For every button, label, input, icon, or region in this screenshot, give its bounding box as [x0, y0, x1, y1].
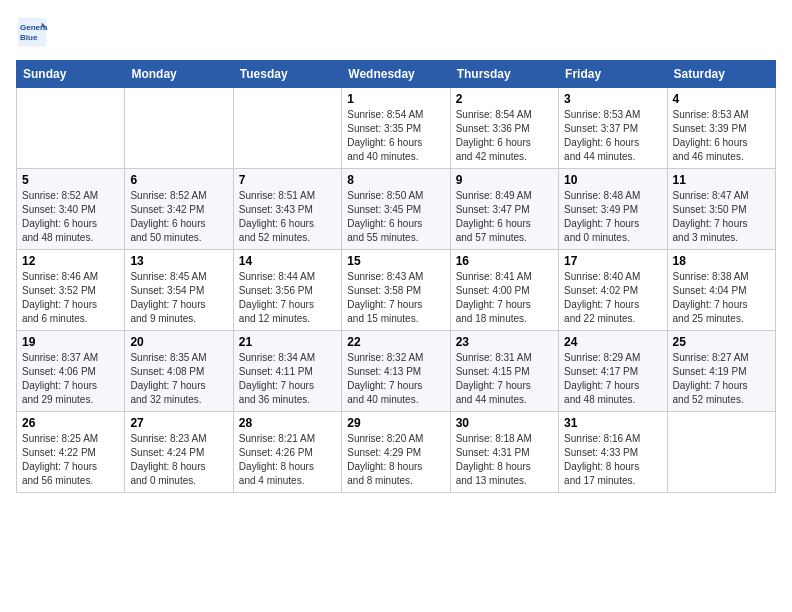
day-number: 22	[347, 335, 444, 349]
weekday-header: Monday	[125, 61, 233, 88]
calendar-week-row: 1Sunrise: 8:54 AM Sunset: 3:35 PM Daylig…	[17, 88, 776, 169]
calendar-cell: 16Sunrise: 8:41 AM Sunset: 4:00 PM Dayli…	[450, 250, 558, 331]
calendar-cell: 22Sunrise: 8:32 AM Sunset: 4:13 PM Dayli…	[342, 331, 450, 412]
calendar-cell: 15Sunrise: 8:43 AM Sunset: 3:58 PM Dayli…	[342, 250, 450, 331]
calendar-cell: 2Sunrise: 8:54 AM Sunset: 3:36 PM Daylig…	[450, 88, 558, 169]
day-number: 18	[673, 254, 770, 268]
calendar: SundayMondayTuesdayWednesdayThursdayFrid…	[16, 60, 776, 493]
day-info: Sunrise: 8:29 AM Sunset: 4:17 PM Dayligh…	[564, 351, 661, 407]
calendar-cell: 23Sunrise: 8:31 AM Sunset: 4:15 PM Dayli…	[450, 331, 558, 412]
calendar-cell	[667, 412, 775, 493]
day-number: 23	[456, 335, 553, 349]
day-number: 13	[130, 254, 227, 268]
calendar-body: 1Sunrise: 8:54 AM Sunset: 3:35 PM Daylig…	[17, 88, 776, 493]
day-info: Sunrise: 8:35 AM Sunset: 4:08 PM Dayligh…	[130, 351, 227, 407]
calendar-cell: 18Sunrise: 8:38 AM Sunset: 4:04 PM Dayli…	[667, 250, 775, 331]
calendar-week-row: 26Sunrise: 8:25 AM Sunset: 4:22 PM Dayli…	[17, 412, 776, 493]
calendar-header-row: SundayMondayTuesdayWednesdayThursdayFrid…	[17, 61, 776, 88]
day-info: Sunrise: 8:40 AM Sunset: 4:02 PM Dayligh…	[564, 270, 661, 326]
calendar-cell: 11Sunrise: 8:47 AM Sunset: 3:50 PM Dayli…	[667, 169, 775, 250]
day-number: 21	[239, 335, 336, 349]
day-number: 15	[347, 254, 444, 268]
day-info: Sunrise: 8:32 AM Sunset: 4:13 PM Dayligh…	[347, 351, 444, 407]
calendar-cell: 5Sunrise: 8:52 AM Sunset: 3:40 PM Daylig…	[17, 169, 125, 250]
day-info: Sunrise: 8:50 AM Sunset: 3:45 PM Dayligh…	[347, 189, 444, 245]
day-number: 8	[347, 173, 444, 187]
day-number: 19	[22, 335, 119, 349]
day-number: 7	[239, 173, 336, 187]
day-number: 29	[347, 416, 444, 430]
calendar-week-row: 12Sunrise: 8:46 AM Sunset: 3:52 PM Dayli…	[17, 250, 776, 331]
calendar-cell: 21Sunrise: 8:34 AM Sunset: 4:11 PM Dayli…	[233, 331, 341, 412]
day-number: 1	[347, 92, 444, 106]
day-info: Sunrise: 8:47 AM Sunset: 3:50 PM Dayligh…	[673, 189, 770, 245]
weekday-header: Friday	[559, 61, 667, 88]
day-info: Sunrise: 8:31 AM Sunset: 4:15 PM Dayligh…	[456, 351, 553, 407]
day-number: 30	[456, 416, 553, 430]
day-number: 9	[456, 173, 553, 187]
day-info: Sunrise: 8:37 AM Sunset: 4:06 PM Dayligh…	[22, 351, 119, 407]
logo: General Blue	[16, 16, 52, 48]
day-info: Sunrise: 8:21 AM Sunset: 4:26 PM Dayligh…	[239, 432, 336, 488]
calendar-cell	[17, 88, 125, 169]
weekday-header: Sunday	[17, 61, 125, 88]
day-info: Sunrise: 8:54 AM Sunset: 3:36 PM Dayligh…	[456, 108, 553, 164]
day-number: 28	[239, 416, 336, 430]
day-info: Sunrise: 8:46 AM Sunset: 3:52 PM Dayligh…	[22, 270, 119, 326]
day-info: Sunrise: 8:16 AM Sunset: 4:33 PM Dayligh…	[564, 432, 661, 488]
day-number: 12	[22, 254, 119, 268]
calendar-cell: 1Sunrise: 8:54 AM Sunset: 3:35 PM Daylig…	[342, 88, 450, 169]
day-info: Sunrise: 8:44 AM Sunset: 3:56 PM Dayligh…	[239, 270, 336, 326]
day-number: 27	[130, 416, 227, 430]
day-number: 24	[564, 335, 661, 349]
calendar-cell: 25Sunrise: 8:27 AM Sunset: 4:19 PM Dayli…	[667, 331, 775, 412]
day-number: 26	[22, 416, 119, 430]
weekday-header: Wednesday	[342, 61, 450, 88]
calendar-cell: 17Sunrise: 8:40 AM Sunset: 4:02 PM Dayli…	[559, 250, 667, 331]
calendar-cell: 30Sunrise: 8:18 AM Sunset: 4:31 PM Dayli…	[450, 412, 558, 493]
day-info: Sunrise: 8:53 AM Sunset: 3:39 PM Dayligh…	[673, 108, 770, 164]
logo-icon: General Blue	[16, 16, 48, 48]
day-info: Sunrise: 8:52 AM Sunset: 3:40 PM Dayligh…	[22, 189, 119, 245]
day-number: 20	[130, 335, 227, 349]
calendar-cell: 3Sunrise: 8:53 AM Sunset: 3:37 PM Daylig…	[559, 88, 667, 169]
day-info: Sunrise: 8:23 AM Sunset: 4:24 PM Dayligh…	[130, 432, 227, 488]
day-info: Sunrise: 8:45 AM Sunset: 3:54 PM Dayligh…	[130, 270, 227, 326]
day-number: 5	[22, 173, 119, 187]
day-number: 6	[130, 173, 227, 187]
day-info: Sunrise: 8:25 AM Sunset: 4:22 PM Dayligh…	[22, 432, 119, 488]
calendar-cell: 27Sunrise: 8:23 AM Sunset: 4:24 PM Dayli…	[125, 412, 233, 493]
day-info: Sunrise: 8:48 AM Sunset: 3:49 PM Dayligh…	[564, 189, 661, 245]
calendar-cell: 19Sunrise: 8:37 AM Sunset: 4:06 PM Dayli…	[17, 331, 125, 412]
calendar-cell: 9Sunrise: 8:49 AM Sunset: 3:47 PM Daylig…	[450, 169, 558, 250]
day-info: Sunrise: 8:51 AM Sunset: 3:43 PM Dayligh…	[239, 189, 336, 245]
header: General Blue	[16, 16, 776, 48]
day-info: Sunrise: 8:54 AM Sunset: 3:35 PM Dayligh…	[347, 108, 444, 164]
calendar-cell: 4Sunrise: 8:53 AM Sunset: 3:39 PM Daylig…	[667, 88, 775, 169]
day-number: 10	[564, 173, 661, 187]
day-info: Sunrise: 8:52 AM Sunset: 3:42 PM Dayligh…	[130, 189, 227, 245]
day-info: Sunrise: 8:49 AM Sunset: 3:47 PM Dayligh…	[456, 189, 553, 245]
calendar-cell	[233, 88, 341, 169]
calendar-cell: 7Sunrise: 8:51 AM Sunset: 3:43 PM Daylig…	[233, 169, 341, 250]
calendar-cell: 6Sunrise: 8:52 AM Sunset: 3:42 PM Daylig…	[125, 169, 233, 250]
weekday-header: Tuesday	[233, 61, 341, 88]
day-info: Sunrise: 8:34 AM Sunset: 4:11 PM Dayligh…	[239, 351, 336, 407]
day-number: 17	[564, 254, 661, 268]
day-number: 31	[564, 416, 661, 430]
calendar-cell: 29Sunrise: 8:20 AM Sunset: 4:29 PM Dayli…	[342, 412, 450, 493]
day-info: Sunrise: 8:27 AM Sunset: 4:19 PM Dayligh…	[673, 351, 770, 407]
calendar-cell: 10Sunrise: 8:48 AM Sunset: 3:49 PM Dayli…	[559, 169, 667, 250]
weekday-header: Saturday	[667, 61, 775, 88]
calendar-cell: 26Sunrise: 8:25 AM Sunset: 4:22 PM Dayli…	[17, 412, 125, 493]
calendar-cell: 13Sunrise: 8:45 AM Sunset: 3:54 PM Dayli…	[125, 250, 233, 331]
day-info: Sunrise: 8:38 AM Sunset: 4:04 PM Dayligh…	[673, 270, 770, 326]
calendar-cell: 12Sunrise: 8:46 AM Sunset: 3:52 PM Dayli…	[17, 250, 125, 331]
day-info: Sunrise: 8:41 AM Sunset: 4:00 PM Dayligh…	[456, 270, 553, 326]
day-info: Sunrise: 8:53 AM Sunset: 3:37 PM Dayligh…	[564, 108, 661, 164]
day-number: 16	[456, 254, 553, 268]
day-number: 4	[673, 92, 770, 106]
day-number: 14	[239, 254, 336, 268]
calendar-cell: 31Sunrise: 8:16 AM Sunset: 4:33 PM Dayli…	[559, 412, 667, 493]
day-number: 11	[673, 173, 770, 187]
